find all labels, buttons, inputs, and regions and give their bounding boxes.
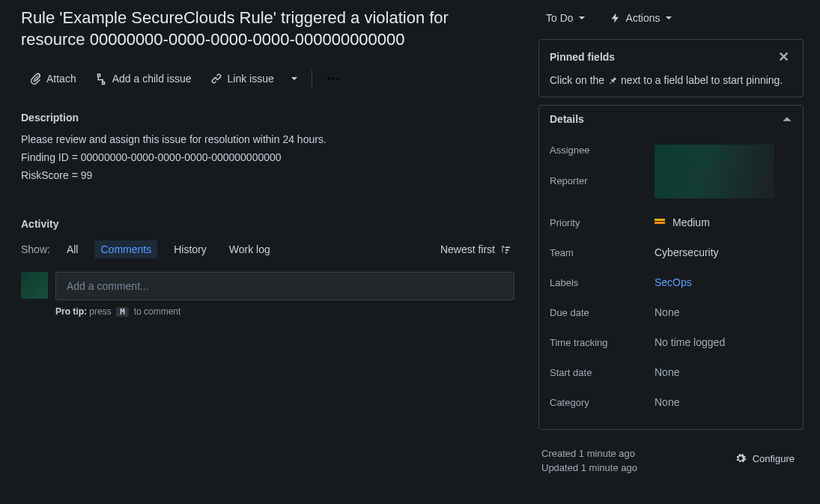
priority-label: Priority (550, 217, 655, 228)
chevron-down-icon (291, 75, 298, 82)
field-time-tracking[interactable]: Time tracking No time logged (550, 327, 792, 357)
assignee-label: Assignee (550, 145, 655, 156)
more-actions-button[interactable] (320, 67, 347, 91)
start-date-label: Start date (550, 367, 655, 378)
tab-history[interactable]: History (168, 240, 213, 258)
actions-label: Actions (626, 12, 660, 24)
dots-icon (326, 71, 341, 86)
attach-label: Attach (46, 73, 76, 85)
link-issue-dropdown[interactable] (285, 70, 304, 87)
show-label: Show: (21, 243, 50, 255)
link-issue-label: Link issue (228, 73, 274, 85)
description-line: Finding ID = 00000000-0000-0000-0000-000… (21, 149, 514, 167)
chevron-up-icon (782, 114, 792, 124)
description-heading: Description (21, 112, 514, 124)
attach-button[interactable]: Attach (21, 67, 84, 90)
lightning-icon (610, 12, 622, 24)
sort-button[interactable]: Newest first (436, 240, 514, 258)
tab-comments[interactable]: Comments (94, 240, 157, 258)
actions-dropdown[interactable]: Actions (604, 7, 678, 28)
details-heading: Details (550, 113, 584, 125)
issue-toolbar: Attach Add a child issue Link issue (21, 67, 514, 91)
link-issue-button[interactable]: Link issue (202, 67, 282, 90)
updated-meta: Updated 1 minute ago (541, 462, 637, 473)
status-label: To Do (546, 12, 574, 24)
tab-all[interactable]: All (61, 240, 85, 258)
tab-worklog[interactable]: Work log (223, 240, 276, 258)
chevron-down-icon (578, 14, 586, 22)
close-icon[interactable]: ✕ (775, 47, 792, 67)
status-dropdown[interactable]: To Do (540, 7, 592, 28)
svg-point-1 (332, 78, 334, 80)
reporter-label: Reporter (550, 175, 655, 186)
pin-icon (607, 75, 618, 85)
time-tracking-label: Time tracking (550, 337, 655, 348)
activity-heading: Activity (21, 218, 514, 230)
sort-icon (499, 244, 510, 255)
priority-medium-icon (655, 218, 665, 227)
field-labels[interactable]: Labels SecOps (550, 267, 792, 297)
pro-tip: Pro tip: press M to comment (55, 306, 514, 317)
assignee-reporter-redacted (655, 145, 774, 198)
pinned-fields-header[interactable]: Pinned fields ✕ (539, 40, 803, 74)
labels-label: Labels (550, 277, 655, 288)
link-icon (210, 72, 223, 85)
configure-button[interactable]: Configure (729, 448, 801, 469)
paperclip-icon (28, 72, 42, 85)
category-value: None (655, 396, 679, 408)
label-chip[interactable]: SecOps (655, 276, 692, 288)
details-panel: Details Assignee Reporter Priority (538, 105, 804, 430)
description-line: Please review and assign this issue for … (21, 131, 514, 149)
toolbar-divider (312, 70, 312, 88)
start-date-value: None (655, 366, 679, 378)
field-team[interactable]: Team Cybersecurity (550, 237, 792, 267)
pinned-fields-panel: Pinned fields ✕ Click on the next to a f… (538, 39, 804, 97)
field-due-date[interactable]: Due date None (550, 297, 792, 327)
field-assignee[interactable]: Assignee Reporter (550, 136, 792, 207)
add-child-label: Add a child issue (112, 73, 192, 85)
hotkey-m: M (116, 307, 129, 317)
gear-icon (735, 452, 747, 464)
team-value: Cybersecurity (655, 246, 719, 258)
chevron-down-icon (665, 14, 672, 22)
configure-label: Configure (753, 453, 795, 464)
svg-point-0 (327, 78, 329, 80)
team-label: Team (550, 247, 655, 258)
add-child-issue-button[interactable]: Add a child issue (87, 67, 199, 90)
due-date-value: None (655, 306, 679, 318)
field-start-date[interactable]: Start date None (550, 357, 792, 387)
comment-input[interactable]: Add a comment... (55, 272, 514, 300)
due-date-label: Due date (550, 307, 655, 318)
issue-title: Rule 'Example SecureClouds Rule' trigger… (21, 7, 514, 50)
time-tracking-value: No time logged (655, 336, 725, 348)
pinned-heading: Pinned fields (550, 51, 615, 63)
description-line: RiskScore = 99 (21, 167, 514, 185)
svg-point-2 (336, 78, 338, 80)
field-priority[interactable]: Priority Medium (550, 207, 792, 237)
details-header[interactable]: Details (539, 106, 803, 133)
priority-value: Medium (672, 216, 710, 228)
avatar (21, 272, 48, 299)
field-category[interactable]: Category None (550, 387, 792, 417)
created-meta: Created 1 minute ago (541, 448, 637, 459)
sort-label: Newest first (440, 243, 495, 255)
category-label: Category (550, 397, 655, 408)
pinned-body: Click on the next to a field label to st… (539, 74, 803, 97)
child-issue-icon (94, 72, 108, 85)
